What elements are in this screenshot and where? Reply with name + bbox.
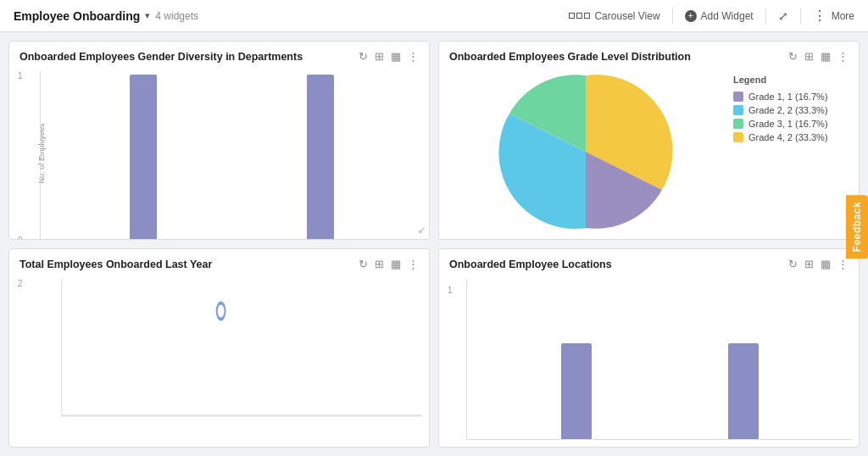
widget-actions-locations: ↻ ⊞ ▦ ⋮: [788, 258, 849, 270]
widget-header-grade: Onboarded Employees Grade Level Distribu…: [439, 42, 859, 68]
expand-button[interactable]: ⤢: [778, 9, 788, 23]
widget-actions-grade: ↻ ⊞ ▦ ⋮: [788, 50, 849, 63]
y-tick-0: 0: [18, 236, 23, 239]
widget-header-gender: Onboarded Employees Gender Diversity in …: [9, 42, 429, 68]
bar-none: [130, 75, 157, 239]
dots-icon: ⋮: [813, 8, 827, 24]
carousel-view-button[interactable]: Carousel View: [569, 10, 659, 22]
legend-item-grade2: Grade 2, 2 (33.3%): [733, 105, 852, 115]
table-icon-3[interactable]: ⊞: [375, 258, 384, 270]
swatch-grade3: [733, 119, 743, 129]
legend-item-grade1: Grade 1, 1 (16.7%): [733, 92, 852, 102]
chart-icon-2[interactable]: ▦: [821, 50, 831, 63]
y-tick-1: 1: [18, 71, 23, 81]
legend-label-grade2: Grade 2, 2 (33.3%): [748, 105, 828, 115]
grade-distribution-title: Onboarded Employees Grade Level Distribu…: [449, 51, 783, 63]
loc-bar-1: [561, 343, 592, 439]
dashboard-grid: Onboarded Employees Gender Diversity in …: [0, 32, 868, 456]
widget-header-locations: Onboarded Employee Locations ↻ ⊞ ▦ ⋮: [439, 249, 859, 275]
grade-distribution-widget: Onboarded Employees Grade Level Distribu…: [438, 41, 860, 240]
expand-icon: ⤢: [778, 9, 788, 23]
more-icon-2[interactable]: ⋮: [837, 50, 849, 63]
refresh-icon[interactable]: ↻: [359, 50, 368, 63]
refresh-icon-2[interactable]: ↻: [788, 50, 798, 63]
loc-y-tick-1: 1: [448, 286, 453, 295]
plus-icon: +: [685, 10, 697, 22]
legend-title: Legend: [733, 75, 852, 85]
swatch-grade4: [733, 132, 743, 142]
line-chart-svg: [16, 279, 422, 440]
bar-none-fill: [130, 75, 157, 239]
feedback-wrapper: Feedback: [846, 195, 868, 261]
table-icon[interactable]: ⊞: [375, 50, 384, 63]
refresh-icon-4[interactable]: ↻: [788, 258, 798, 270]
title-dropdown-icon[interactable]: ▾: [145, 10, 150, 21]
legend-item-grade4: Grade 4, 2 (33.3%): [733, 132, 852, 142]
gender-diversity-body: No. of Employees 1 0: [9, 68, 429, 239]
table-icon-2[interactable]: ⊞: [804, 50, 814, 63]
resize-icon: ↙: [418, 225, 426, 236]
add-widget-button[interactable]: + Add Widget: [685, 10, 754, 22]
bar-cyber-fill: [307, 75, 334, 239]
locations-widget: Onboarded Employee Locations ↻ ⊞ ▦ ⋮ 1: [438, 248, 860, 448]
pie-chart-container: Legend Grade 1, 1 (16.7%) Grade 2, 2 (33…: [446, 71, 852, 232]
divider2: [765, 8, 766, 24]
swatch-grade1: [733, 92, 743, 102]
refresh-icon-3[interactable]: ↻: [359, 258, 368, 270]
locations-title: Onboarded Employee Locations: [449, 259, 783, 270]
divider3: [800, 8, 801, 24]
widget-count: 4 widgets: [155, 10, 198, 22]
widget-actions-gender: ↻ ⊞ ▦ ⋮: [359, 50, 419, 63]
legend-label-grade1: Grade 1, 1 (16.7%): [748, 92, 828, 102]
dashboard-title: Employee Onboarding: [14, 9, 140, 23]
pie-area: [446, 71, 725, 232]
total-onboarded-body: 2: [9, 275, 429, 447]
divider: [672, 8, 673, 24]
grade-distribution-body: Legend Grade 1, 1 (16.7%) Grade 2, 2 (33…: [439, 68, 859, 239]
widget-header-total: Total Employees Onboarded Last Year ↻ ⊞ …: [9, 249, 429, 275]
chart-icon-4[interactable]: ▦: [821, 258, 831, 270]
legend-label-grade3: Grade 3, 1 (16.7%): [748, 119, 828, 129]
loc-bar-2: [728, 343, 759, 439]
feedback-button[interactable]: Feedback: [846, 195, 868, 259]
carousel-icon: [569, 13, 590, 19]
table-icon-4[interactable]: ⊞: [804, 258, 814, 270]
total-onboarded-widget: Total Employees Onboarded Last Year ↻ ⊞ …: [8, 248, 430, 448]
chart-icon-3[interactable]: ▦: [391, 258, 401, 270]
line-y-tick-2: 2: [18, 279, 23, 288]
legend-label-grade4: Grade 4, 2 (33.3%): [748, 132, 828, 142]
chart-icon[interactable]: ▦: [391, 50, 401, 63]
line-dot: [217, 303, 225, 320]
more-icon[interactable]: ⋮: [408, 50, 419, 63]
more-button[interactable]: ⋮ More: [813, 8, 854, 24]
gender-diversity-title: Onboarded Employees Gender Diversity in …: [19, 51, 353, 63]
total-onboarded-title: Total Employees Onboarded Last Year: [19, 259, 353, 270]
legend-item-grade3: Grade 3, 1 (16.7%): [733, 119, 852, 129]
header-actions: Carousel View + Add Widget ⤢ ⋮ More: [569, 8, 854, 24]
bar-cyber: [307, 75, 334, 239]
swatch-grade2: [733, 105, 743, 115]
widget-actions-total: ↻ ⊞ ▦ ⋮: [359, 258, 419, 270]
header-left: Employee Onboarding ▾ 4 widgets: [14, 9, 569, 23]
pie-svg: [492, 68, 679, 239]
more-icon-3[interactable]: ⋮: [408, 258, 419, 270]
pie-legend: Legend Grade 1, 1 (16.7%) Grade 2, 2 (33…: [733, 71, 852, 232]
locations-body: 1: [439, 275, 859, 447]
gender-diversity-widget: Onboarded Employees Gender Diversity in …: [8, 41, 430, 240]
dashboard-header: Employee Onboarding ▾ 4 widgets Carousel…: [0, 0, 868, 32]
